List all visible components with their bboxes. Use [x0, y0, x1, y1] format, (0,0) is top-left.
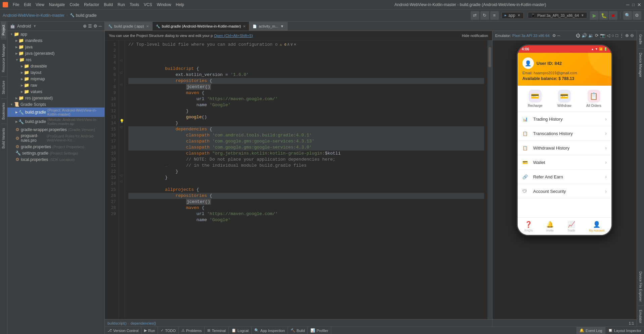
- search-toolbar-button[interactable]: 🔍: [623, 11, 632, 20]
- tree-item-gradle-scripts[interactable]: ▼ 📜 Gradle Scripts: [7, 101, 104, 108]
- toolbar-icon-1[interactable]: ⇄: [471, 11, 479, 20]
- emu-btn-vol-up[interactable]: 🔊: [582, 33, 587, 38]
- emu-btn-more[interactable]: ⋮: [619, 33, 624, 38]
- event-log-button[interactable]: 🔔 Event Log: [576, 327, 605, 334]
- menu-tools[interactable]: Tools: [128, 2, 141, 8]
- bottom-tab-run[interactable]: ▶ Run: [141, 327, 158, 334]
- notification-link[interactable]: Open (Ctrl+Alt+Shift+S): [214, 34, 253, 38]
- left-tab-resource-manager[interactable]: Resource Manager: [1, 40, 6, 76]
- code-editor[interactable]: // Top-level build file where you can ad…: [125, 40, 487, 319]
- tab-build-gradle-master[interactable]: 🔧 build.gradle (Android-WebView-in-Kotli…: [153, 22, 250, 31]
- toolbar-icon-3[interactable]: ≡: [490, 11, 499, 20]
- tab-close-2[interactable]: ✕: [243, 25, 246, 28]
- tree-item-drawable[interactable]: ▶ 📁 drawable: [7, 63, 104, 69]
- layout-inspector-button[interactable]: 🔲 Layout Inspector: [605, 327, 644, 334]
- left-tab-build-variants[interactable]: Build Variants: [1, 125, 6, 152]
- settings-toolbar-button[interactable]: ⚙: [633, 11, 641, 20]
- bottom-tab-build[interactable]: 🔨 Build: [288, 327, 308, 334]
- tree-item-java[interactable]: ▶ 📁 java: [7, 44, 104, 50]
- vertical-scrollbar[interactable]: [487, 40, 492, 319]
- maximize-button[interactable]: □: [632, 2, 635, 7]
- android-dropdown[interactable]: ▼: [33, 24, 36, 28]
- breadcrumb-item-2[interactable]: dependencies{}: [131, 321, 156, 325]
- tree-item-mipmap[interactable]: ▶ 📁 mipmap: [7, 76, 104, 82]
- menu-item-account-security[interactable]: 🛡 Account Security ›: [518, 184, 611, 199]
- tree-item-raw[interactable]: ▶ 📁 raw: [7, 82, 104, 88]
- menu-window[interactable]: Window: [155, 2, 173, 8]
- tree-item-local-props[interactable]: ⚙ local.properties (SDK Location): [7, 156, 104, 163]
- right-tab-device-file-explorer[interactable]: Device File Explorer: [638, 268, 643, 305]
- tree-item-settings-gradle[interactable]: 🔧 settings.gradle (Project Settings): [7, 150, 104, 156]
- bottom-tab-terminal[interactable]: ⊞ Terminal: [205, 327, 229, 334]
- action-recharge[interactable]: 💳 Recharge: [528, 90, 542, 108]
- emu-btn-home[interactable]: ○: [611, 33, 614, 38]
- emulator-minimize-btn[interactable]: ─: [557, 33, 560, 38]
- tab-activity[interactable]: 📄 activity_m... ▼: [249, 22, 288, 31]
- panel-action-list[interactable]: ☰: [88, 24, 92, 29]
- panel-action-filter[interactable]: ⚙: [93, 24, 97, 29]
- notification-hide[interactable]: Hide notification: [462, 34, 488, 38]
- nav-invite[interactable]: 🔔 Invite: [546, 221, 554, 232]
- panel-action-minimize[interactable]: ─: [99, 24, 102, 29]
- device-dropdown[interactable]: ▼: [581, 13, 584, 17]
- nav-my-account[interactable]: 👤 My Account: [589, 221, 605, 232]
- tree-item-app[interactable]: ▼ 📁 app: [7, 31, 104, 37]
- minimize-button[interactable]: ─: [626, 2, 630, 7]
- tree-item-layout[interactable]: ▶ 📁 layout: [7, 69, 104, 76]
- tree-item-gradle-props[interactable]: ⚙ gradle.properties (Project Properties): [7, 143, 104, 150]
- left-tab-bookmarks[interactable]: Bookmarks: [1, 99, 6, 123]
- tree-item-proguard[interactable]: ⚙ proguard-rules.pro (ProGuard Rules for…: [7, 133, 104, 143]
- menu-item-trading-history[interactable]: 📊 Trading History ›: [518, 112, 611, 126]
- run-config-dropdown[interactable]: ▼: [517, 13, 521, 17]
- debug-button[interactable]: 🐛: [599, 11, 608, 20]
- menu-file[interactable]: File: [11, 2, 21, 8]
- bottom-tab-problems[interactable]: ⚠ Problems: [179, 327, 205, 334]
- right-tab-device-manager[interactable]: Device Manager: [638, 49, 643, 81]
- stop-button[interactable]: ■: [609, 11, 617, 20]
- tree-item-values[interactable]: ▶ 📁 values: [7, 88, 104, 95]
- menu-view[interactable]: View: [34, 2, 46, 8]
- emu-btn-vol-dn[interactable]: 🔉: [588, 33, 594, 38]
- bottom-tab-version-control[interactable]: ⎇ Version Control: [105, 327, 141, 334]
- nav-trade[interactable]: 📈 Trade: [567, 221, 575, 232]
- menu-item-withdrawal-history[interactable]: 📋 Withdrawal History ›: [518, 141, 611, 155]
- breadcrumb-item-1[interactable]: buildscript(): [108, 321, 127, 325]
- bottom-tab-app-inspection[interactable]: 🔍 App Inspection: [252, 327, 288, 334]
- action-withdraw[interactable]: 💳 Withdraw: [557, 90, 571, 108]
- emulator-settings-btn[interactable]: ⚙: [552, 33, 556, 38]
- tree-item-build-gradle-module[interactable]: ▶ 🔧 build.gradle (Module: Android-WebVie…: [7, 117, 104, 126]
- right-tab-emulator[interactable]: Emulator: [638, 306, 643, 327]
- menu-item-wallet[interactable]: 💳 Wallet ›: [518, 155, 611, 170]
- menu-item-refer-earn[interactable]: 🔗 Refer And Earn ›: [518, 170, 611, 184]
- tree-item-res[interactable]: ▼ 📁 res: [7, 56, 104, 63]
- menu-help[interactable]: Help: [174, 2, 186, 8]
- tree-item-manifests[interactable]: ▶ 📁 manifests: [7, 37, 104, 44]
- menu-code[interactable]: Code: [68, 2, 81, 8]
- nav-faqs[interactable]: ❓ FAQ's: [524, 221, 532, 232]
- menu-item-transactions-history[interactable]: 📋 Transcations History ›: [518, 126, 611, 141]
- menu-refactor[interactable]: Refactor: [82, 2, 101, 8]
- menu-navigate[interactable]: Navigate: [47, 2, 67, 8]
- menu-run[interactable]: Run: [116, 2, 127, 8]
- left-tab-structure[interactable]: Structure: [1, 77, 6, 98]
- menu-vcs[interactable]: VCS: [142, 2, 154, 8]
- left-tab-project[interactable]: Project: [1, 22, 6, 39]
- tree-item-build-gradle-project[interactable]: ▶ 🔧 build.gradle (Project: Android-WebVi…: [7, 108, 104, 117]
- bottom-tab-todo[interactable]: ✓ TODO: [158, 327, 179, 334]
- tree-item-java-generated[interactable]: ▶ 📁 java (generated): [7, 50, 104, 56]
- bottom-tab-logcat[interactable]: 📋 Logcat: [229, 327, 252, 334]
- emu-btn-back[interactable]: ◁: [607, 33, 610, 38]
- emu-btn-zoom-in[interactable]: ⊕: [625, 33, 629, 38]
- panel-action-locate[interactable]: ⊕: [83, 24, 87, 29]
- toolbar-icon-2[interactable]: ↻: [480, 11, 489, 20]
- emu-btn-screenshot[interactable]: 📷: [600, 33, 605, 38]
- emu-btn-recents[interactable]: □: [615, 33, 618, 38]
- menu-build[interactable]: Build: [102, 2, 115, 8]
- tab-more-btn[interactable]: ▼: [280, 24, 284, 28]
- emu-btn-rotate[interactable]: ⟳: [595, 33, 599, 38]
- emu-btn-power[interactable]: ⏻: [576, 33, 580, 38]
- emu-btn-zoom-out[interactable]: ⊖: [630, 33, 634, 38]
- close-button[interactable]: ✕: [637, 2, 641, 7]
- tree-item-gradle-wrapper[interactable]: ⚙ gradle-wrapper.properties (Gradle Vers…: [7, 126, 104, 133]
- tab-build-gradle-app[interactable]: 🔧 build.gradle (:app) ✕: [105, 22, 153, 31]
